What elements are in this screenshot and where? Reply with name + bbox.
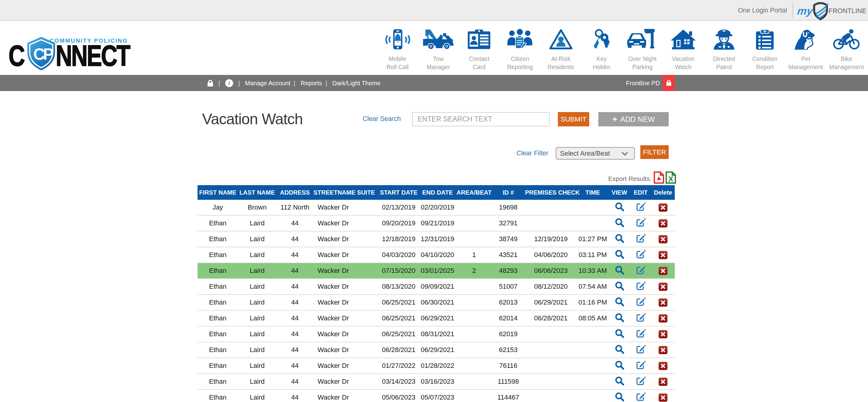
- svg-text:CP: CP: [33, 45, 53, 63]
- svg-text:X: X: [668, 175, 673, 183]
